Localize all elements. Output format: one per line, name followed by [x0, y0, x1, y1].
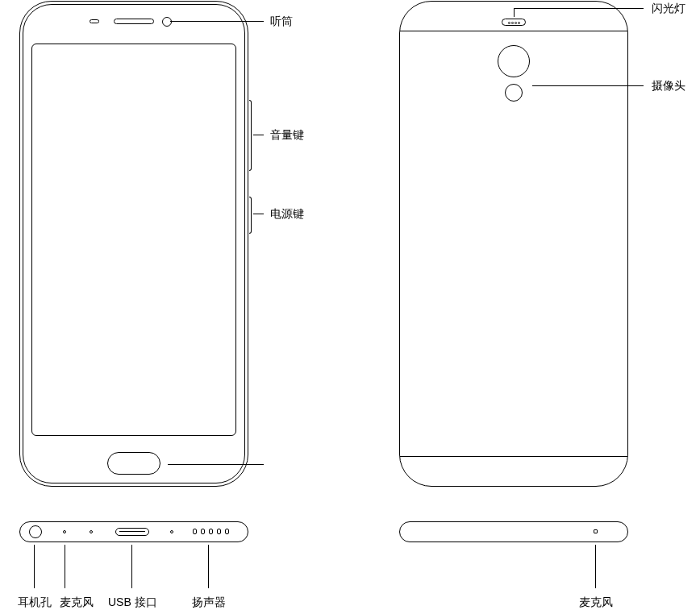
label-power-key: 电源键	[270, 208, 304, 219]
antenna-line-top	[400, 31, 627, 31]
leader-line	[514, 8, 515, 17]
leader-line	[208, 545, 209, 588]
leader-line	[170, 21, 264, 22]
screw-icon	[90, 530, 93, 533]
label-headphone-jack: 耳机孔	[18, 596, 52, 608]
phone-front-outline	[19, 1, 248, 487]
label-volume-key: 音量键	[270, 129, 304, 140]
leader-line	[532, 85, 644, 86]
leader-line	[514, 8, 644, 9]
rear-camera-main-icon	[498, 45, 530, 77]
power-button-icon	[249, 197, 252, 234]
antenna-line-bottom	[400, 456, 627, 457]
earpiece-icon	[114, 19, 154, 24]
label-mic-bottom: 麦克风	[60, 596, 94, 608]
leader-line	[253, 214, 264, 214]
screen-outline	[31, 44, 236, 436]
leader-line	[131, 545, 132, 588]
front-camera-icon	[162, 17, 172, 27]
phone-top-edge	[399, 521, 628, 542]
flash-icon	[502, 19, 526, 26]
speaker-grille-icon	[193, 529, 229, 534]
rear-camera-sub-icon	[505, 84, 523, 102]
phone-bottom-edge	[19, 521, 248, 542]
label-camera: 摄像头	[652, 80, 685, 91]
label-speaker: 扬声器	[192, 596, 226, 608]
label-mic-top: 麦克风	[579, 596, 613, 608]
headphone-jack-icon	[29, 525, 42, 538]
microphone-hole-icon	[63, 530, 66, 533]
leader-line	[65, 545, 65, 588]
label-earpiece: 听筒	[270, 15, 293, 27]
microphone-hole-icon	[594, 529, 598, 533]
leader-line	[595, 545, 596, 588]
label-usb-port: USB 接口	[108, 596, 157, 608]
leader-line	[253, 135, 264, 135]
phone-back-outline	[399, 1, 628, 487]
screw-icon	[170, 530, 173, 533]
leader-line	[168, 464, 264, 465]
volume-button-icon	[249, 100, 252, 171]
label-flash: 闪光灯	[652, 2, 685, 14]
home-button-icon	[107, 452, 160, 475]
proximity-sensor-icon	[90, 19, 99, 23]
usb-port-icon	[115, 528, 149, 536]
leader-line	[34, 545, 35, 588]
